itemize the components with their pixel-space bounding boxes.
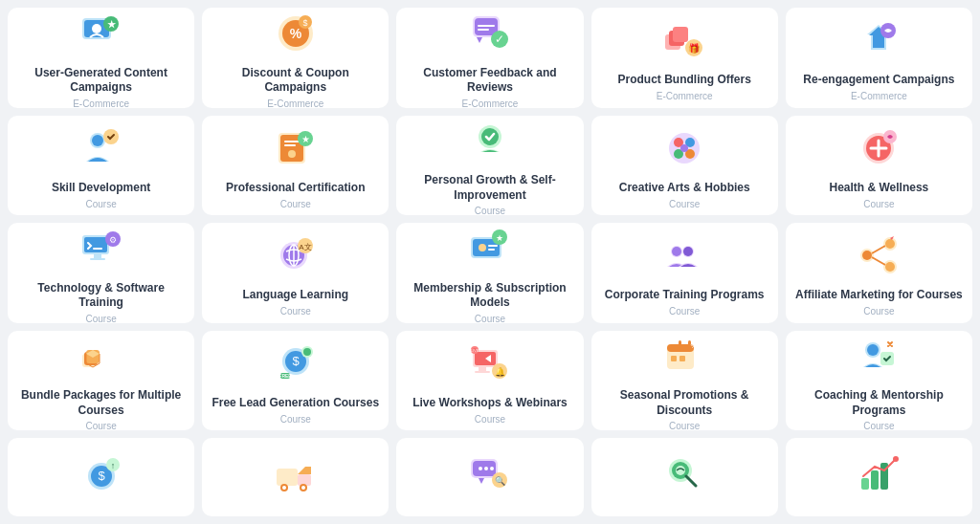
corporate-training-subtitle: Course [669,306,700,317]
card-membership-subscription[interactable]: ★ Membership & Subscription ModelsCourse [396,223,583,323]
creative-arts-title: Creative Arts & Hobbies [619,181,750,196]
svg-text:★: ★ [106,19,116,30]
svg-text:%: % [691,341,698,350]
card-grid: ★ User-Generated Content CampaignsE-Comm… [0,0,980,524]
card-tech-software[interactable]: ⚙ Technology & Software TrainingCourse [8,223,194,323]
svg-point-65 [862,251,872,260]
affiliate-marketing-title: Affiliate Marketing for Courses [795,288,963,303]
card-discount-coupon[interactable]: % $ Discount & Coupon CampaignsE-Commerc… [202,8,389,108]
live-workshops-subtitle: Course [475,414,505,425]
professional-cert-icon: ★ [271,123,321,173]
svg-rect-56 [488,245,498,247]
customer-feedback-subtitle: E-Commerce [462,98,519,109]
professional-cert-title: Professional Certification [226,181,365,196]
bottom2-icon [271,449,321,499]
free-lead-title: Free Lead Generation Courses [212,396,379,411]
svg-point-112 [479,467,482,470]
bottom4-icon [659,449,709,499]
reengagement-subtitle: E-Commerce [851,91,907,101]
seasonal-promotions-icon: % [659,331,709,381]
card-personal-growth[interactable]: Personal Growth & Self-ImprovementCourse [396,116,583,216]
discount-coupon-title: Discount & Coupon Campaigns [210,66,381,96]
card-bottom1[interactable]: $ ↑ [8,438,194,516]
product-bundling-title: Product Bundling Offers [618,73,751,88]
card-health-wellness[interactable]: Health & WellnessCourse [786,116,972,216]
skill-development-icon [77,123,126,173]
creative-arts-subtitle: Course [669,199,700,209]
svg-rect-104 [277,469,298,486]
svg-rect-85 [479,367,486,371]
svg-marker-12 [477,37,482,43]
svg-point-55 [479,244,486,251]
svg-rect-45 [90,258,105,260]
membership-subscription-icon: ★ [465,224,515,273]
bundle-packages-icon [77,331,126,381]
card-seasonal-promotions[interactable]: % Seasonal Promotions & DiscountsCourse [591,331,778,431]
svg-text:⚙: ⚙ [109,235,117,245]
svg-text:🎁: 🎁 [688,42,701,55]
card-professional-cert[interactable]: ★ Professional CertificationCourse [202,116,389,216]
svg-text:✓: ✓ [495,33,504,46]
ugc-campaigns-title: User-Generated Content Campaigns [15,66,187,96]
svg-rect-26 [284,141,300,142]
card-bottom2[interactable] [202,438,389,516]
card-product-bundling[interactable]: 🎁 Product Bundling OffersE-Commerce [591,8,778,108]
svg-line-120 [686,476,696,486]
bottom5-icon [854,449,903,499]
card-customer-feedback[interactable]: ✓ Customer Feedback and ReviewsE-Commerc… [396,8,583,108]
card-coaching-mentorship[interactable]: Coaching & Mentorship ProgramsCourse [786,331,972,431]
professional-cert-subtitle: Course [280,199,311,209]
svg-rect-17 [673,27,688,42]
customer-feedback-title: Customer Feedback and Reviews [404,66,575,96]
svg-text:★: ★ [301,134,309,144]
card-skill-development[interactable]: Skill DevelopmentCourse [8,116,194,216]
svg-rect-43 [84,237,107,252]
svg-text:🔍: 🔍 [494,475,505,487]
health-wellness-title: Health & Wellness [829,181,928,196]
language-learning-title: Language Learning [242,288,348,303]
card-affiliate-marketing[interactable]: Affiliate Marketing for CoursesCourse [786,223,972,323]
card-bottom3[interactable]: 🔍 [396,438,583,516]
membership-subscription-subtitle: Course [475,314,505,324]
svg-rect-91 [679,340,681,348]
svg-point-79 [303,348,311,356]
svg-point-38 [680,144,688,152]
product-bundling-icon: 🎁 [659,15,709,65]
card-corporate-training[interactable]: Corporate Training ProgramsCourse [591,223,778,323]
svg-text:★: ★ [496,233,503,243]
corporate-training-icon [659,230,709,280]
svg-point-2 [92,24,101,33]
coaching-mentorship-subtitle: Course [863,421,894,431]
card-ugc-campaigns[interactable]: ★ User-Generated Content CampaignsE-Comm… [8,8,194,108]
card-language-learning[interactable]: A文 Language LearningCourse [202,223,389,323]
svg-text:LIVE: LIVE [471,348,479,353]
svg-marker-115 [479,478,484,484]
card-bundle-packages[interactable]: Bundle Packages for Multiple CoursesCour… [8,331,194,431]
membership-subscription-title: Membership & Subscription Models [404,281,575,311]
personal-growth-subtitle: Course [475,206,505,216]
free-lead-icon: FREE $ [271,338,321,388]
card-bottom4[interactable] [591,438,778,516]
svg-text:$: $ [302,18,307,28]
svg-text:%: % [290,26,302,41]
discount-coupon-subtitle: E-Commerce [267,98,323,109]
bottom1-icon: $ ↑ [77,449,126,499]
ugc-campaigns-icon: ★ [77,9,126,58]
creative-arts-icon [659,123,709,173]
card-free-lead[interactable]: FREE $ Free Lead Generation CoursesCours… [202,331,389,431]
card-bottom5[interactable] [786,438,972,516]
language-learning-subtitle: Course [280,306,311,317]
customer-feedback-icon: ✓ [465,9,515,58]
svg-point-61 [672,247,681,256]
card-creative-arts[interactable]: Creative Arts & HobbiesCourse [591,116,778,216]
seasonal-promotions-subtitle: Course [669,421,700,431]
svg-rect-123 [871,470,879,490]
svg-point-63 [683,247,693,256]
svg-rect-86 [475,371,490,373]
card-reengagement[interactable]: Re-engagement CampaignsE-Commerce [786,8,972,108]
discount-coupon-icon: % $ [271,9,321,58]
svg-point-67 [885,239,895,249]
card-live-workshops[interactable]: LIVE 🔔 Live Workshops & WebinarsCourse [396,331,583,431]
corporate-training-title: Corporate Training Programs [605,288,765,303]
tech-software-title: Technology & Software Training [15,281,187,311]
